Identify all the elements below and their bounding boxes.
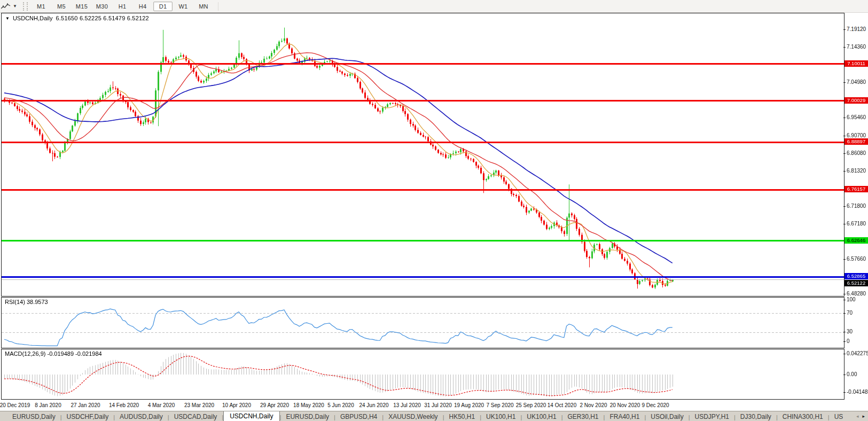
date-tick-label: 10 Apr 2020 bbox=[222, 402, 251, 408]
date-tick-label: 7 Sep 2020 bbox=[486, 402, 513, 408]
date-tick-label: 4 Mar 2020 bbox=[148, 402, 175, 408]
axis-tick-mark bbox=[843, 136, 846, 136]
timeframes-toolbar: ▼ M1M5M15M30H1H4D1W1MN bbox=[0, 0, 868, 13]
scroll-right-icon[interactable]: ▸ bbox=[862, 414, 865, 419]
tab-UK100-H1[interactable]: UK100,H1 bbox=[481, 412, 520, 421]
date-tick-label: 29 Apr 2020 bbox=[260, 402, 289, 408]
chart-canvas[interactable] bbox=[2, 13, 844, 400]
tab-EURUSD-Daily[interactable]: EURUSD,Daily bbox=[281, 412, 334, 421]
tab-USDCHF-Daily[interactable]: USDCHF,Daily bbox=[62, 412, 114, 421]
date-tick-label: 9 Dec 2020 bbox=[642, 402, 669, 408]
axis-tick-mark bbox=[843, 47, 846, 48]
timeframe-button-W1[interactable]: W1 bbox=[174, 2, 193, 11]
price-tick-label: 7.14360 bbox=[847, 44, 866, 50]
chart-type-dropdown-caret[interactable]: ▼ bbox=[11, 4, 19, 9]
timeframe-button-M30[interactable]: M30 bbox=[92, 2, 112, 11]
axis-tick-mark bbox=[843, 294, 846, 294]
tab-USDCAD-Daily[interactable]: USDCAD,Daily bbox=[169, 412, 222, 421]
axis-tick-mark bbox=[843, 171, 846, 171]
price-tick-label: 6.71800 bbox=[847, 203, 866, 209]
tab-CHINA300-H1[interactable]: CHINA300,H1 bbox=[778, 412, 828, 421]
axis-tick-mark bbox=[843, 118, 846, 118]
timeframe-button-H1[interactable]: H1 bbox=[113, 2, 132, 11]
chart-ohlc-values: 6.51650 6.52225 6.51479 6.52122 bbox=[56, 15, 148, 21]
date-tick-label: 18 May 2020 bbox=[293, 402, 324, 408]
date-tick-label: 31 Jul 2020 bbox=[424, 402, 452, 408]
tab-US[interactable]: US bbox=[830, 412, 843, 421]
date-axis: 20 Dec 20198 Jan 202027 Jan 202014 Feb 2… bbox=[0, 400, 868, 411]
tab-strip: EURUSD,Daily|USDCHF,Daily|AUDUSD,Daily|U… bbox=[0, 411, 854, 421]
axis-tick-mark bbox=[843, 259, 846, 260]
macd-label: MACD(12,26,9) -0.019489 -0.021984 bbox=[5, 350, 102, 357]
axis-tick-mark bbox=[843, 224, 846, 224]
date-tick-label: 5 Jun 2020 bbox=[327, 402, 354, 408]
tab-DJ30-Daily[interactable]: DJ30,Daily bbox=[736, 412, 776, 421]
tab-HK50-H1[interactable]: HK50,H1 bbox=[444, 412, 480, 421]
date-tick-label: 25 Sep 2020 bbox=[516, 402, 546, 408]
mt4-application-window: ▼ M1M5M15M30H1H4D1W1MN ▼ USDCNH,Daily 6.… bbox=[0, 0, 868, 421]
axis-tick-mark bbox=[843, 206, 846, 207]
tab-GBPUSD-H4[interactable]: GBPUSD,H4 bbox=[335, 412, 382, 421]
axis-tick-mark bbox=[843, 341, 846, 342]
chart-collapse-caret[interactable]: ▼ bbox=[5, 16, 10, 21]
date-tick-label: 13 Jul 2020 bbox=[393, 402, 421, 408]
rsi-scale-label: 30 bbox=[847, 329, 853, 334]
date-tick-label: 19 Aug 2020 bbox=[454, 402, 484, 408]
price-level-badge: 6.88897 bbox=[844, 138, 868, 145]
timeframe-button-M5[interactable]: M5 bbox=[52, 2, 71, 11]
tab-USDCNH-Daily[interactable]: USDCNH,Daily bbox=[223, 411, 279, 421]
axis-tick-mark bbox=[843, 153, 846, 154]
axis-tick-mark bbox=[843, 354, 846, 354]
price-tick-label: 6.90700 bbox=[847, 132, 866, 138]
timeframe-button-H4[interactable]: H4 bbox=[133, 2, 152, 11]
price-level-badge: 6.62646 bbox=[844, 237, 868, 244]
macd-scale-label: 0.042275 bbox=[847, 350, 868, 356]
macd-scale-label: 0.00 bbox=[847, 371, 857, 377]
price-tick-label: 6.57660 bbox=[847, 256, 866, 262]
tab-XAUUSD-Weekly[interactable]: XAUUSD,Weekly bbox=[384, 412, 442, 421]
toolbar-grip bbox=[23, 2, 28, 11]
tab-USOil-Daily[interactable]: USOil,Daily bbox=[646, 412, 688, 421]
timeframe-button-MN[interactable]: MN bbox=[194, 2, 213, 11]
date-tick-label: 14 Oct 2020 bbox=[548, 402, 576, 408]
tab-FRA40-H1[interactable]: FRA40,H1 bbox=[605, 412, 644, 421]
macd-scale-label: -0.04148 bbox=[847, 389, 867, 395]
price-tick-label: 6.81320 bbox=[847, 168, 866, 174]
chart-type-icon[interactable] bbox=[1, 2, 11, 11]
price-tick-label: 6.67180 bbox=[847, 221, 866, 227]
price-level-badge: 7.00029 bbox=[844, 97, 868, 104]
date-tick-label: 20 Dec 2019 bbox=[0, 402, 30, 408]
tab-UK100-H1[interactable]: UK100,H1 bbox=[522, 412, 561, 421]
price-level-badge: 6.52865 bbox=[844, 273, 868, 279]
date-tick-label: 24 Jun 2020 bbox=[359, 402, 388, 408]
tab-GER30-H1[interactable]: GER30,H1 bbox=[563, 412, 604, 421]
timeframe-button-M1[interactable]: M1 bbox=[32, 2, 51, 11]
date-tick-label: 23 Mar 2020 bbox=[184, 402, 214, 408]
tab-AUDUSD-Daily[interactable]: AUDUSD,Daily bbox=[115, 412, 168, 421]
scroll-left-icon[interactable]: ◂ bbox=[856, 414, 859, 419]
chart-tab-bar: EURUSD,Daily|USDCHF,Daily|AUDUSD,Daily|U… bbox=[0, 411, 868, 421]
price-level-badge: 6.52122 bbox=[844, 280, 868, 286]
rsi-scale-label: 70 bbox=[847, 310, 853, 316]
price-tick-label: 6.95460 bbox=[847, 114, 866, 120]
price-tick-label: 6.86080 bbox=[847, 150, 866, 156]
price-level-badge: 7.10011 bbox=[844, 60, 868, 67]
rsi-scale-label: 0 bbox=[847, 338, 850, 344]
chart-symbol-label: USDCNH,Daily bbox=[13, 15, 53, 21]
price-tick-label: 6.48280 bbox=[847, 291, 866, 297]
date-tick-label: 27 Jan 2020 bbox=[71, 402, 100, 408]
axis-tick-mark bbox=[843, 29, 846, 30]
axis-tick-mark bbox=[843, 300, 846, 300]
tab-scroll-arrows: ◂ ▸ bbox=[854, 411, 867, 421]
chart-title: ▼ USDCNH,Daily 6.51650 6.52225 6.51479 6… bbox=[5, 15, 149, 21]
date-tick-label: 14 Feb 2020 bbox=[109, 402, 139, 408]
timeframe-buttons: M1M5M15M30H1H4D1W1MN bbox=[31, 2, 214, 11]
rsi-label: RSI(14) 38.9573 bbox=[5, 299, 48, 305]
price-tick-label: 7.04980 bbox=[847, 79, 866, 85]
timeframe-button-D1[interactable]: D1 bbox=[153, 2, 173, 11]
tab-USDJPY-H1[interactable]: USDJPY,H1 bbox=[690, 412, 734, 421]
axis-tick-mark bbox=[843, 82, 846, 83]
axis-tick-mark bbox=[843, 332, 846, 332]
tab-EURUSD-Daily[interactable]: EURUSD,Daily bbox=[7, 412, 60, 421]
timeframe-button-M15[interactable]: M15 bbox=[72, 2, 91, 11]
